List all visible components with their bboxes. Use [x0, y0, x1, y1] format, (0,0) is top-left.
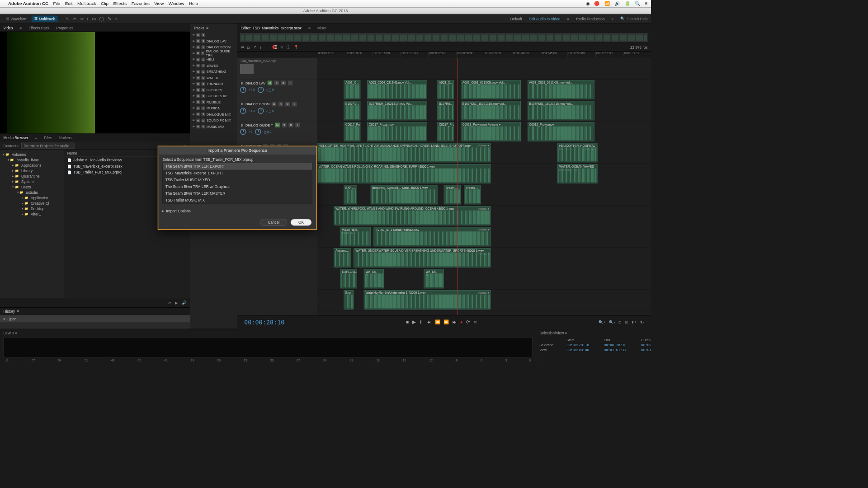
- audio-clip[interactable]: WATER, WHIRLPOOL WAVES AND WIND SWIRLING…: [334, 206, 491, 225]
- app-name[interactable]: Adobe Audition CC: [8, 1, 48, 6]
- timecode-display[interactable]: 00:00:28:10: [244, 319, 284, 326]
- menu-multitrack[interactable]: Multitrack: [77, 1, 96, 6]
- track-list-item[interactable]: MSSOUND FX MIX: [190, 117, 237, 124]
- audio-clip[interactable]: A003_C001_0213KN.mov Vol...: [461, 80, 521, 99]
- track-list-item[interactable]: MSBUBBLES: [190, 87, 237, 93]
- workspace-menu-icon[interactable]: ≡: [567, 17, 569, 21]
- audio-clip[interactable]: HELICOPTER, HOSPITAL LIFE FLIGHT AIR AMB…: [317, 143, 491, 163]
- timeline-ruler[interactable]: 00:00:05:0000:00:10:0000:00:15:0000:00:2…: [237, 52, 651, 58]
- sequence-item[interactable]: TSB Trailer MUSIC MIX: [163, 197, 312, 204]
- skip-start-button[interactable]: ⏮: [427, 319, 431, 324]
- audio-clip[interactable]: WATER, U...: [424, 269, 444, 289]
- audio-clip[interactable]: C0013_Proxy.mov Volume ▾: [461, 122, 521, 141]
- workspace-radio[interactable]: Radio Production: [576, 17, 604, 21]
- audio-clip[interactable]: C0012_Proxy.mov: [528, 122, 594, 141]
- cc-icon[interactable]: ◉: [586, 1, 590, 6]
- panel-menu-icon[interactable]: ≡: [19, 26, 22, 30]
- ed-tool-1[interactable]: ⇄: [241, 45, 244, 50]
- sequence-item[interactable]: The Seam Btwn TRAILER w/ Graphics: [163, 183, 312, 190]
- audio-clip[interactable]: A003_C001_0213KN.mov Vol...: [528, 80, 594, 99]
- track-list-item[interactable]: MSDIALOG GUIDE TRK: [190, 50, 237, 56]
- ed-ripple-icon[interactable]: ⊕: [280, 45, 283, 50]
- panel-menu-icon[interactable]: ≡: [35, 136, 38, 140]
- sequence-item[interactable]: TSB Trailer MUSIC MIXED: [163, 177, 312, 183]
- record-button[interactable]: ●: [460, 319, 463, 324]
- track-list-item[interactable]: MSDIALOGUE MIX: [190, 111, 237, 117]
- filter-icon[interactable]: ▱: [168, 300, 171, 305]
- search-help-input[interactable]: Search Help: [627, 17, 647, 21]
- sequence-list[interactable]: The Seam Btwn TRAILER EXPORTTSB_Maverick…: [162, 163, 312, 204]
- tree-item[interactable]: System: [1, 179, 63, 184]
- track-list-item[interactable]: MSBREATHING: [190, 69, 237, 75]
- tab-mixer[interactable]: Mixer: [317, 26, 326, 30]
- audio-clip[interactable]: B157R001_18021316.mov Vol...: [461, 101, 521, 121]
- sel-end[interactable]: 00:00:28:10: [604, 343, 638, 347]
- multitrack-mode-button[interactable]: ☰Multitrack: [32, 16, 58, 22]
- rewind-button[interactable]: ⏪: [435, 319, 440, 324]
- audio-clip[interactable]: B157R0...: [344, 101, 360, 121]
- history-item[interactable]: ▸Open: [0, 315, 190, 323]
- tab-properties[interactable]: Properties: [56, 25, 73, 30]
- audio-clip[interactable]: A003_C...: [344, 80, 360, 99]
- track-list-item[interactable]: MSMUSICA: [190, 105, 237, 112]
- col-name[interactable]: Name: [67, 151, 173, 155]
- loop-button[interactable]: ⟳: [466, 319, 470, 324]
- tab-media-browser[interactable]: Media Browser: [4, 136, 28, 140]
- tool-slip-icon[interactable]: ⇔: [80, 16, 84, 21]
- menu-help[interactable]: Help: [189, 1, 198, 6]
- audio-clip[interactable]: A003_C004_0213N1.mov Vol...: [367, 80, 427, 99]
- sequence-item[interactable]: TSB_Mavericks_excerpt_EXPORT: [163, 170, 312, 177]
- autoplay-icon[interactable]: 🔊: [182, 300, 187, 305]
- audio-clip[interactable]: B157R001_18021316.mov Vol...: [528, 101, 594, 121]
- zoom-in-icon[interactable]: 🔍+: [599, 320, 605, 324]
- contents-dropdown[interactable]: Premiere Projects for Audio: [21, 142, 75, 149]
- tool-time-icon[interactable]: I: [87, 16, 89, 21]
- sequence-item[interactable]: The Seam Btwn TRAILER EXPORT: [163, 163, 312, 170]
- audio-clip[interactable]: HELICOPTER, HOSPITAL LIFE FL...Volume ▾: [557, 143, 598, 163]
- tree-item[interactable]: AfterE: [1, 211, 63, 217]
- track-list-item[interactable]: MSRUMBLE: [190, 99, 237, 105]
- tree-item[interactable]: Desktop: [1, 206, 63, 211]
- audio-clip[interactable]: C0017_Proxy.mov: [437, 122, 454, 141]
- audio-track-header[interactable]: ⫼DIALOG LAVMSRI+4.5((·)) 0: [237, 80, 317, 101]
- audio-clip[interactable]: B157R004_18021316.mov Vo...: [367, 101, 427, 121]
- tree-item[interactable]: Creative Cl: [1, 201, 63, 206]
- ed-marker-icon[interactable]: 📍: [294, 45, 299, 50]
- audio-clip[interactable]: WaterHvyRumbleUnderwater 1 48000 1.wavVo…: [364, 290, 491, 310]
- play-preview-icon[interactable]: ▶: [175, 300, 178, 305]
- zoom-sel-icon[interactable]: ⊟: [625, 320, 628, 324]
- volume-icon[interactable]: 🔊: [614, 1, 620, 6]
- track-list-item[interactable]: MSWATER: [190, 75, 237, 81]
- menu-favorites[interactable]: Favorites: [132, 1, 150, 6]
- track-list-item[interactable]: MSWAVES: [190, 62, 237, 69]
- tool-marquee-icon[interactable]: ▭: [92, 16, 96, 21]
- menu-clip[interactable]: Clip: [101, 1, 108, 6]
- menu-edit[interactable]: Edit: [65, 1, 73, 6]
- tree-item[interactable]: Applicatior: [1, 195, 63, 201]
- import-options-disclosure[interactable]: Import Options: [162, 209, 312, 213]
- tab-video[interactable]: Video: [4, 25, 13, 30]
- track-list-item[interactable]: MSHELI: [190, 56, 237, 63]
- audio-clip[interactable]: EVL07_07.1 MetalBreaths2.wavVolume ▾: [374, 227, 491, 247]
- audio-track-header[interactable]: ⫼DIALOG GUIDE TMSRI+0((·)) 0: [237, 122, 317, 143]
- audio-clip[interactable]: Breathi...: [464, 185, 481, 205]
- audio-clip[interactable]: EXPL...: [344, 185, 357, 205]
- sequence-item[interactable]: The Seam Btwn TRAILER MASTER: [163, 190, 312, 197]
- ed-info-icon[interactable]: ⓘ: [287, 45, 290, 50]
- skip-end-button[interactable]: ⏭: [453, 319, 457, 324]
- status-icon[interactable]: 🔴: [594, 1, 599, 6]
- audio-clip[interactable]: A003_C...: [437, 80, 454, 99]
- stop-button[interactable]: ■: [406, 319, 409, 324]
- tree-item[interactable]: Applications: [1, 163, 63, 168]
- zoom-v-in-icon[interactable]: ⬍+: [631, 320, 637, 324]
- waveform-mode-button[interactable]: ⊞Waveform: [4, 16, 30, 22]
- audio-clip[interactable]: Avalanc...: [334, 248, 350, 267]
- navigator-strip[interactable]: [240, 33, 648, 42]
- tree-item[interactable]: Users: [1, 184, 63, 190]
- workspace-default[interactable]: Default: [510, 17, 522, 21]
- zoom-out-icon[interactable]: 🔍-: [609, 320, 615, 324]
- tree-item[interactable]: Library: [1, 168, 63, 174]
- view-start[interactable]: 00:00:00:00: [566, 348, 600, 352]
- spotlight-icon[interactable]: 🔍: [635, 1, 640, 6]
- cancel-button[interactable]: Cancel: [260, 219, 287, 226]
